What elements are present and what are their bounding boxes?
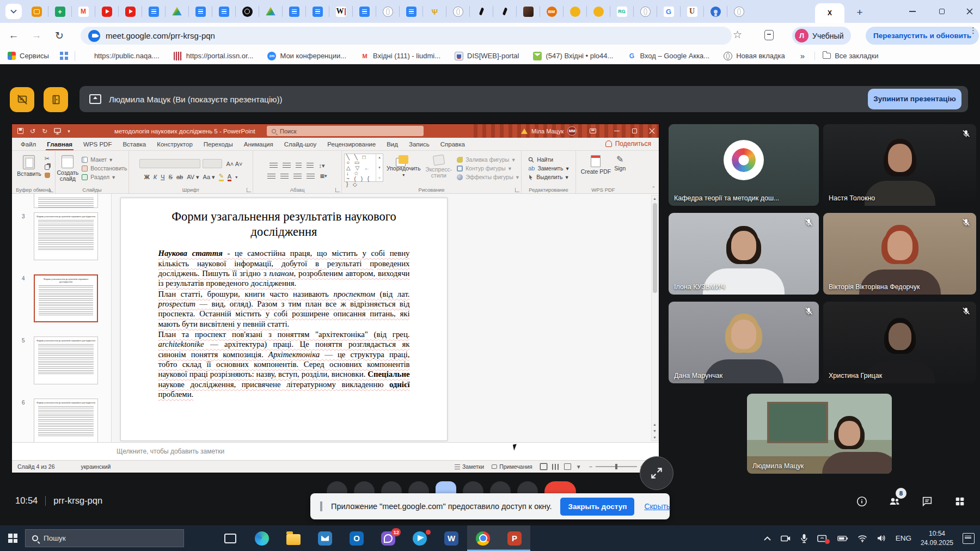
language-abbr[interactable]: ENG: [896, 534, 911, 542]
ppt-tab-Вид[interactable]: Вид: [381, 139, 403, 150]
photo-tab-favicon[interactable]: [523, 7, 534, 17]
reading-view-button[interactable]: [564, 463, 571, 470]
url-text[interactable]: meet.google.com/prr-krsg-pqn: [106, 31, 215, 40]
layout-button[interactable]: Макет ▾: [82, 156, 127, 163]
browser-minimize-button[interactable]: [900, 0, 925, 23]
browser-menu-icon[interactable]: ⋮: [969, 28, 972, 42]
shape-effects-button[interactable]: Эффекты фигуры ▾: [457, 174, 519, 180]
format-painter-icon[interactable]: [45, 173, 50, 178]
list-buttons[interactable]: ↕▾: [270, 163, 324, 169]
bookmark-item[interactable]: https://public.naqa....: [82, 52, 160, 60]
person-tab-favicon[interactable]: [710, 7, 721, 17]
docs-tab-favicon[interactable]: [406, 7, 416, 17]
reset-button[interactable]: Восстановить: [82, 165, 127, 172]
participants-icon[interactable]: 8: [887, 494, 902, 509]
ppt-share-button[interactable]: Поделиться: [605, 140, 651, 148]
bookmark-star-icon[interactable]: ☆: [733, 28, 742, 41]
hide-toast-link[interactable]: Скрыть: [644, 502, 670, 511]
bookmark-item[interactable]: (547) Вхідні • plo44...: [533, 52, 613, 60]
undo-icon[interactable]: ↺: [30, 127, 35, 135]
bookmark-item[interactable]: zmМои конференции...: [267, 52, 346, 60]
sign-button[interactable]: ✎ Sign: [614, 154, 626, 186]
replace-button[interactable]: abЗаменить ▾: [528, 165, 569, 172]
tray-wifi-icon[interactable]: [857, 535, 867, 542]
scrollbar-thumb[interactable]: [653, 203, 657, 293]
globe-tab-favicon[interactable]: [453, 7, 463, 17]
save-icon[interactable]: [17, 128, 23, 134]
taskbar-app-chrome[interactable]: [467, 525, 499, 551]
slide-thumbnail-4[interactable]: Форми узагальнення результатів наукового…: [34, 274, 98, 322]
ppt-tab-Вставка[interactable]: Вставка: [117, 139, 151, 150]
qat-dropdown-icon[interactable]: ▾: [68, 128, 70, 134]
ppt-tab-Переходы[interactable]: Переходы: [198, 139, 238, 150]
browser-maximize-button[interactable]: [929, 0, 954, 23]
gmail-tab-favicon[interactable]: M: [78, 7, 89, 17]
normal-view-button[interactable]: [540, 463, 547, 470]
meet-whiteboard-off-button[interactable]: [10, 87, 34, 112]
quick-styles-button[interactable]: Экспресс-стили: [424, 154, 454, 186]
meet-expand-presentation-button[interactable]: [640, 456, 673, 490]
globe-tab-favicon[interactable]: [383, 7, 393, 17]
activities-grid-icon[interactable]: [953, 494, 967, 509]
browser-close-button[interactable]: [959, 0, 980, 23]
google-tab-favicon[interactable]: G: [664, 7, 674, 17]
docs-tab-favicon[interactable]: [313, 7, 323, 17]
ink-tab-favicon[interactable]: [476, 7, 487, 17]
shape-fill-button[interactable]: Заливка фигуры ▾: [457, 156, 519, 163]
notes-toggle[interactable]: Заметки: [455, 463, 484, 470]
current-slide-canvas[interactable]: Форми узагальнення результатів наукового…: [120, 198, 448, 441]
redo-icon[interactable]: ↻: [42, 127, 47, 135]
participant-tile-pinned[interactable]: Людмила Мацук: [747, 394, 892, 474]
all-bookmarks-button[interactable]: Все закладки: [814, 52, 878, 60]
meeting-info-icon[interactable]: [855, 494, 869, 509]
taskbar-app-powerpoint[interactable]: P: [499, 525, 530, 551]
tray-camera-icon[interactable]: [780, 534, 791, 543]
find-button[interactable]: Найти: [528, 156, 569, 163]
docs-tab-favicon[interactable]: [359, 7, 370, 17]
ppt-tab-Рецензирование[interactable]: Рецензирование: [322, 139, 381, 150]
ppt-tab-Слайд-шоу[interactable]: Слайд-шоу: [279, 139, 322, 150]
stop-presenting-button[interactable]: Зупинити презентацію: [868, 89, 961, 109]
youtube-tab-favicon[interactable]: [102, 7, 112, 17]
drive-tab-favicon[interactable]: [266, 7, 276, 17]
active-tab[interactable]: X: [815, 3, 844, 23]
comments-toggle[interactable]: Примечания: [492, 463, 532, 470]
bookmark-item[interactable]: MВхідні (111) - liudmi...: [360, 52, 440, 60]
participant-tile[interactable]: Ілона КУЗЬМИЧ: [669, 213, 819, 295]
globe-tab-favicon[interactable]: [734, 7, 744, 17]
sheets-tab-favicon[interactable]: +: [55, 7, 65, 17]
ppt-ribbon-options-button[interactable]: [585, 124, 601, 138]
notes-pane[interactable]: Щелкните, чтобы добавить заметки: [12, 442, 659, 460]
meet-leave-door-button[interactable]: [44, 87, 68, 112]
chat-icon[interactable]: [920, 494, 934, 509]
bookmark-item[interactable]: GВход – Google Акка...: [627, 52, 709, 60]
slide-sorter-view-button[interactable]: [552, 464, 559, 470]
participant-tile[interactable]: Дана Марунчак: [669, 302, 819, 383]
drive-tab-favicon[interactable]: [172, 7, 182, 17]
taskbar-app-file-explorer[interactable]: [278, 525, 309, 551]
services-bookmark[interactable]: Сервисы: [8, 52, 49, 60]
participant-tile[interactable]: Настя Толокно: [823, 124, 976, 206]
font-name-box[interactable]: [139, 159, 200, 168]
ink-tab-favicon[interactable]: [500, 7, 510, 17]
taskbar-search[interactable]: Пошук: [25, 529, 184, 547]
create-pdf-button[interactable]: Create PDF: [581, 154, 611, 186]
font-size-box[interactable]: [203, 159, 222, 168]
apps-grid-icon[interactable]: [60, 52, 68, 60]
profile-chip[interactable]: Л Учебный: [792, 27, 851, 45]
bag-tab-favicon[interactable]: [32, 7, 42, 17]
bookmark-item[interactable]: Новая вкладка: [724, 52, 785, 60]
taskbar-app-task-view[interactable]: [215, 525, 246, 551]
dotyellow-tab-favicon[interactable]: [593, 7, 604, 17]
rg-tab-favicon[interactable]: RG: [617, 7, 627, 17]
slide-thumbnail-5[interactable]: Форми узагальнення результатів наукового…: [34, 336, 98, 384]
globe-tab-favicon[interactable]: [640, 7, 651, 17]
language-indicator[interactable]: украинский: [81, 463, 111, 470]
forward-button[interactable]: →: [27, 26, 46, 45]
shape-outline-button[interactable]: Контур фигуры ▾: [457, 165, 519, 172]
dotyellow-tab-favicon[interactable]: [570, 7, 580, 17]
slide-thumbnail-partial[interactable]: [34, 194, 98, 208]
ppt-tab-Файл[interactable]: Файл: [15, 139, 41, 150]
select-button[interactable]: Выделить ▾: [528, 174, 569, 180]
relaunch-update-button[interactable]: Перезапустить и обновить: [866, 27, 979, 45]
